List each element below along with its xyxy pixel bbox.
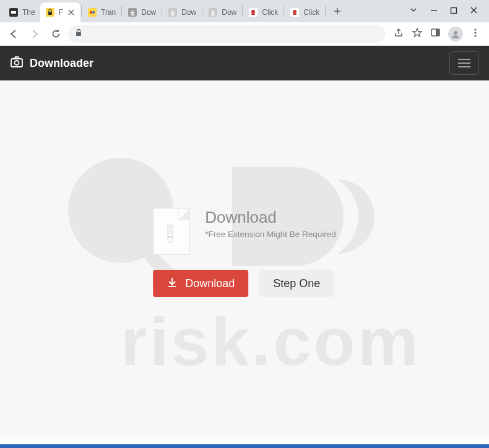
svg-rect-24 xyxy=(11,59,22,67)
svg-point-22 xyxy=(474,32,476,33)
tab-title: Dow xyxy=(222,8,236,17)
favicon-icon xyxy=(248,7,258,17)
favicon-icon xyxy=(9,7,19,17)
side-panel-icon[interactable] xyxy=(430,27,441,40)
svg-text:risk.com: risk.com xyxy=(121,303,420,379)
svg-rect-12 xyxy=(251,14,255,15)
download-button[interactable]: Download xyxy=(153,270,248,297)
svg-point-25 xyxy=(15,61,19,65)
download-panel: Download *Free Extension Might Be Requir… xyxy=(153,208,336,297)
favicon-icon xyxy=(290,7,300,17)
download-subtext: *Free Extension Might Be Required xyxy=(205,230,336,239)
camera-icon xyxy=(10,55,24,72)
browser-tab[interactable]: The xyxy=(4,2,40,22)
svg-point-20 xyxy=(454,31,457,35)
step-one-button[interactable]: Step One xyxy=(259,270,334,297)
close-window-icon[interactable] xyxy=(470,6,478,17)
browser-tab[interactable]: Tran xyxy=(82,2,121,22)
browser-tab[interactable]: Click xyxy=(285,2,324,22)
chevron-down-icon[interactable] xyxy=(409,6,418,17)
page-content: risk.com Download *Free Extension Might … xyxy=(0,80,489,439)
lock-icon xyxy=(74,28,83,40)
svg-rect-19 xyxy=(436,29,439,36)
close-tab-icon[interactable] xyxy=(67,8,76,17)
bottom-border xyxy=(0,444,489,448)
tab-separator xyxy=(242,6,243,17)
bookmark-star-icon[interactable] xyxy=(412,27,423,41)
tab-title: Tran xyxy=(101,8,116,17)
page-header: Downloader xyxy=(0,46,489,80)
download-favicon-icon xyxy=(128,7,137,17)
svg-point-11 xyxy=(251,10,255,14)
tab-separator xyxy=(202,6,202,17)
svg-rect-17 xyxy=(76,32,81,36)
tab-title: Click xyxy=(303,8,319,17)
tab-title: Dow xyxy=(141,8,156,17)
tab-separator xyxy=(283,6,284,17)
svg-point-14 xyxy=(293,10,296,14)
browser-tab[interactable]: Dow xyxy=(123,2,161,22)
tab-title: Dow xyxy=(181,8,196,17)
hamburger-icon xyxy=(458,59,470,67)
file-zip-icon xyxy=(153,208,190,255)
kebab-menu-icon[interactable] xyxy=(470,28,480,40)
tab-title: The xyxy=(22,8,35,17)
tab-title: F xyxy=(59,8,63,17)
forward-button[interactable] xyxy=(26,25,43,43)
browser-tab-strip: The F Tran Dow Dow Dow Click Click xyxy=(0,0,489,22)
svg-point-23 xyxy=(474,35,476,37)
svg-rect-1 xyxy=(11,11,16,14)
svg-point-6 xyxy=(92,11,95,14)
brand-title: Downloader xyxy=(30,57,93,70)
new-tab-button[interactable] xyxy=(329,2,346,20)
svg-rect-29 xyxy=(168,225,173,237)
tab-separator xyxy=(121,6,122,17)
svg-point-5 xyxy=(90,11,92,14)
brand: Downloader xyxy=(10,55,93,72)
tab-separator xyxy=(325,6,326,17)
download-heading: Download xyxy=(205,208,336,227)
browser-tab[interactable]: Click xyxy=(243,2,283,22)
tab-title: Click xyxy=(262,8,278,17)
favicon-icon xyxy=(87,7,97,17)
share-icon[interactable] xyxy=(393,27,404,41)
browser-tab-active[interactable]: F xyxy=(40,2,80,22)
hamburger-menu-button[interactable] xyxy=(449,51,479,75)
download-button-label: Download xyxy=(185,277,235,290)
browser-tab[interactable]: Dow xyxy=(203,2,241,22)
tab-separator xyxy=(162,6,162,17)
svg-rect-3 xyxy=(48,12,52,15)
profile-avatar-icon[interactable] xyxy=(448,27,463,41)
address-bar[interactable] xyxy=(68,25,386,43)
download-icon xyxy=(167,277,178,291)
window-controls xyxy=(409,6,485,17)
download-favicon-icon xyxy=(168,7,178,17)
svg-rect-16 xyxy=(451,8,457,14)
browser-tab[interactable]: Dow xyxy=(163,2,201,22)
svg-rect-15 xyxy=(293,14,296,15)
reload-button[interactable] xyxy=(47,25,64,43)
back-button[interactable] xyxy=(5,25,22,43)
download-favicon-icon xyxy=(208,7,218,17)
maximize-icon[interactable] xyxy=(450,6,457,17)
svg-point-21 xyxy=(474,28,476,30)
minimize-icon[interactable] xyxy=(430,6,438,17)
browser-toolbar xyxy=(0,22,489,46)
tab-separator xyxy=(81,6,82,17)
lock-favicon-icon xyxy=(45,7,55,17)
